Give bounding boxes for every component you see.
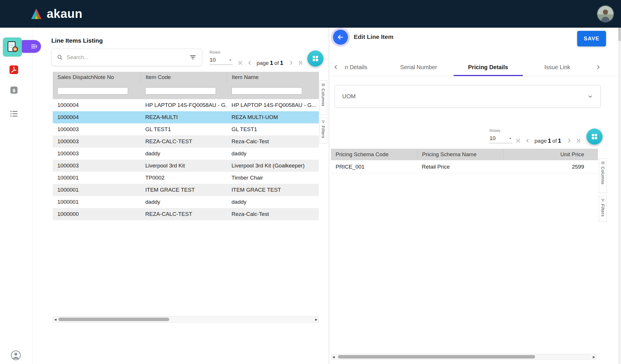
table-row[interactable]: 1000001daddydaddy: [53, 196, 319, 208]
table-cell: HP LAPTOP 14S-FQ0058AU - G...: [141, 102, 227, 108]
active-tab-underline: [453, 75, 523, 76]
table-cell: daddy: [141, 199, 227, 205]
table-row[interactable]: 1000004HP LAPTOP 14S-FQ0058AU - G...HP L…: [53, 99, 319, 111]
filter-input-dispatch-no[interactable]: [57, 87, 128, 95]
table-cell: daddy: [141, 150, 227, 157]
search-input[interactable]: [67, 54, 186, 61]
page-number: 1: [548, 137, 551, 144]
page-vertical-scrollbar[interactable]: [618, 28, 621, 364]
rows-per-page: Rows 10: [490, 128, 513, 143]
of-label: of: [552, 138, 557, 144]
dispatch-note-icon: [6, 40, 19, 54]
tabs-scroll-left[interactable]: [333, 58, 339, 76]
uom-label: UOM: [342, 93, 356, 100]
table-row[interactable]: 1000003Liverpool 3rd KitLiverpool 3rd Ki…: [53, 160, 319, 172]
table-row[interactable]: PRICE_001Retail Price2599: [331, 160, 598, 173]
grid-view-button[interactable]: [586, 129, 603, 145]
table-cell: PRICE_001: [331, 164, 417, 170]
sidebar-item-listing[interactable]: [9, 109, 19, 118]
table-row[interactable]: 1000004REZA-MULTIREZA MULTI-UOM: [53, 111, 319, 123]
table-row[interactable]: 1000001TP0002Timber Chair: [53, 172, 319, 184]
column-header-dispatch-no[interactable]: Sales DispatchNote No: [53, 72, 141, 83]
rows-per-page-select[interactable]: 10: [490, 135, 513, 143]
tab-issue-link[interactable]: Issue Link: [544, 58, 570, 76]
table-cell: 1000004: [53, 102, 141, 108]
table-header: Sales DispatchNote No Item Code Item Nam…: [53, 72, 319, 83]
last-page-button[interactable]: [575, 136, 582, 145]
table-cell: GL TEST1: [227, 126, 319, 133]
sidebar-item-pdf[interactable]: [9, 65, 19, 75]
columns-icon: [321, 83, 325, 87]
grid-view-icon: [590, 133, 599, 141]
table-row[interactable]: 1000001ITEM GRACE TESTITEM GRACE TEST: [53, 184, 319, 196]
chevron-down-icon: [587, 94, 593, 99]
back-button[interactable]: [333, 30, 348, 45]
table-cell: Retail Price: [417, 164, 503, 170]
next-page-button[interactable]: [566, 136, 573, 145]
scrollbar-thumb[interactable]: [58, 318, 169, 321]
rows-value: 10: [210, 57, 216, 63]
filters-side-tab[interactable]: Filters: [599, 196, 607, 222]
column-header-item-name[interactable]: Item Name: [227, 72, 319, 83]
tab-item-details[interactable]: n Details: [345, 58, 367, 76]
uom-select[interactable]: UOM: [334, 85, 601, 108]
first-page-button[interactable]: [237, 59, 244, 67]
table-row[interactable]: 1000003GL TEST1GL TEST1: [53, 123, 319, 135]
filters-side-tab[interactable]: Filters: [319, 118, 327, 144]
grid-view-button[interactable]: [307, 50, 323, 67]
save-button[interactable]: SAVE: [577, 31, 606, 46]
first-page-button[interactable]: [515, 136, 522, 145]
filter-input-item-code[interactable]: [145, 87, 216, 95]
column-header-unit-price[interactable]: Unit Price: [503, 149, 598, 160]
table-cell: GL TEST1: [141, 126, 227, 133]
pdf-icon: [9, 71, 19, 76]
table-cell: Liverpool 3rd Kit: [141, 163, 227, 169]
tab-pricing-details[interactable]: Pricing Details: [468, 58, 508, 76]
page-total: 1: [558, 137, 561, 144]
columns-side-tab[interactable]: Columns: [599, 159, 607, 193]
column-header-schema-name[interactable]: Pricing Schema Name: [417, 149, 503, 160]
tabs-scroll-right[interactable]: [595, 58, 601, 76]
column-header-item-code[interactable]: Item Code: [141, 72, 227, 83]
scroll-right-arrow[interactable]: ▶: [314, 316, 319, 322]
table-filter-row: [53, 83, 319, 99]
table-row[interactable]: 1000003daddydaddy: [53, 148, 319, 160]
prev-page-button[interactable]: [246, 59, 253, 67]
scroll-left-arrow[interactable]: ◀: [53, 316, 58, 322]
horizontal-scrollbar[interactable]: ◀ ▶: [331, 354, 596, 360]
filter-icon[interactable]: [189, 54, 197, 61]
last-page-button[interactable]: [297, 59, 304, 67]
prev-page-button[interactable]: [524, 136, 531, 145]
page-number: 1: [270, 60, 273, 66]
table-cell: REZA-CALC-TEST: [141, 211, 227, 217]
page-label: page: [535, 138, 547, 144]
table-cell: Timber Chair: [227, 175, 319, 181]
sidebar-item-billing[interactable]: $: [9, 85, 19, 95]
sidebar-item-account[interactable]: [10, 350, 21, 361]
columns-side-tab[interactable]: Columns: [319, 80, 327, 115]
search-icon: [57, 54, 63, 61]
table-cell: daddy: [227, 150, 319, 157]
scroll-left-arrow[interactable]: ◀: [331, 354, 336, 359]
next-page-button[interactable]: [288, 59, 295, 67]
table-cell: 1000003: [53, 150, 141, 157]
rows-label: Rows: [210, 50, 233, 54]
scrollbar-thumb[interactable]: [338, 355, 535, 359]
table-row[interactable]: 1000000REZA-CALC-TESTReza-Calc-Test: [53, 208, 319, 220]
horizontal-scrollbar[interactable]: ◀ ▶: [53, 316, 319, 322]
table-row[interactable]: 1000003REZA-CALC-TESTReza-Calc-Test: [53, 135, 319, 148]
rows-per-page-select[interactable]: 10: [210, 57, 233, 65]
column-header-schema-code[interactable]: Pricing Schema Code: [331, 149, 417, 160]
scroll-right-arrow[interactable]: ▶: [592, 354, 596, 359]
detail-tabs: n Details Serial Number Pricing Details …: [329, 58, 621, 76]
tab-serial-number[interactable]: Serial Number: [400, 58, 437, 76]
user-avatar[interactable]: [597, 6, 614, 22]
filter-input-item-name[interactable]: [232, 87, 302, 95]
scrollbar-thumb[interactable]: [618, 28, 621, 41]
chevron-down-icon: [508, 136, 513, 141]
back-arrow-icon: [337, 33, 344, 41]
table-cell: 1000003: [53, 126, 141, 133]
table-cell: REZA MULTI-UOM: [227, 114, 319, 120]
sidebar-item-dispatch-note[interactable]: [3, 37, 22, 56]
filters-icon: [601, 198, 605, 202]
